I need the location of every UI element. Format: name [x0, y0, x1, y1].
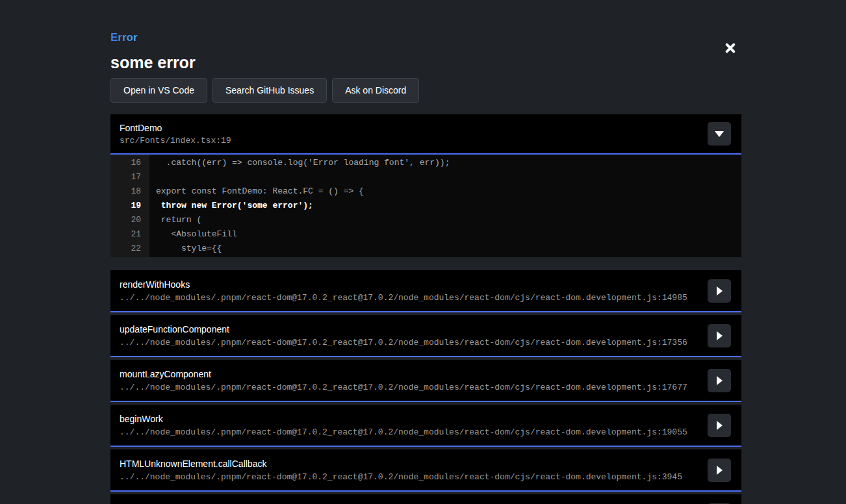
- code-line-19: 19 throw new Error('some error');: [110, 199, 741, 213]
- expand-stack-frame-button[interactable]: [708, 324, 731, 347]
- stack-frame-function-name: HTMLUnknownElement.callCallback: [120, 458, 682, 470]
- stack-frame-location: ../../node_modules/.pnpm/react-dom@17.0.…: [120, 472, 682, 483]
- search-github-issues-button[interactable]: Search GitHub Issues: [212, 78, 327, 103]
- code-frame-meta: FontDemo src/Fonts/index.tsx:19: [120, 122, 231, 146]
- stack-frame-card: beginWork../../node_modules/.pnpm/react-…: [110, 405, 741, 447]
- error-overlay-content: Error some error Open in VS CodeSearch G…: [110, 31, 741, 504]
- stack-frame-location: ../../node_modules/.pnpm/react-dom@17.0.…: [120, 382, 687, 393]
- code-text: export const FontDemo: React.FC = () => …: [149, 184, 364, 199]
- code-frame-function-name: FontDemo: [120, 122, 231, 134]
- stack-frame-function-name: renderWithHooks: [120, 279, 687, 290]
- line-number: 20: [110, 213, 149, 227]
- stack-frame-list: renderWithHooks../../node_modules/.pnpm/…: [110, 270, 741, 504]
- chevron-right-icon: [717, 421, 723, 430]
- stack-frame-meta: HTMLUnknownElement.callCallback../../nod…: [120, 458, 682, 483]
- stack-frame-function-name: beginWork: [120, 413, 687, 425]
- stack-frame-function-name: updateFunctionComponent: [120, 323, 687, 335]
- collapse-code-frame-button[interactable]: [708, 122, 731, 145]
- code-line-17: 17: [110, 170, 741, 184]
- chevron-right-icon: [717, 466, 723, 475]
- code-frame-header: FontDemo src/Fonts/index.tsx:19: [110, 114, 741, 155]
- code-lines: 16 .catch((err) => console.log('Error lo…: [110, 155, 741, 257]
- code-frame-location: src/Fonts/index.tsx:19: [120, 135, 231, 146]
- code-text: style={{: [149, 242, 222, 256]
- action-buttons: Open in VS CodeSearch GitHub IssuesAsk o…: [110, 78, 741, 103]
- expand-stack-frame-button[interactable]: [708, 414, 731, 437]
- code-line-21: 21 <AbsoluteFill: [110, 227, 741, 242]
- line-number: 16: [110, 156, 149, 170]
- chevron-right-icon: [717, 286, 723, 296]
- expand-stack-frame-button[interactable]: [708, 369, 731, 392]
- ask-discord-button[interactable]: Ask on Discord: [332, 78, 419, 103]
- open-vs-code-button[interactable]: Open in VS Code: [110, 78, 207, 103]
- code-line-20: 20 return (: [110, 213, 741, 227]
- code-text: [149, 170, 156, 184]
- expand-stack-frame-button[interactable]: [708, 459, 731, 482]
- chevron-down-icon: [715, 131, 724, 137]
- expand-stack-frame-button[interactable]: [708, 279, 731, 303]
- error-type-label: Error: [110, 31, 138, 44]
- stack-frame-meta: beginWork../../node_modules/.pnpm/react-…: [120, 413, 687, 438]
- code-line-22: 22 style={{: [110, 242, 741, 256]
- line-number: 17: [110, 170, 149, 184]
- error-message-title: some error: [110, 53, 741, 71]
- code-text: .catch((err) => console.log('Error loadi…: [149, 156, 450, 170]
- stack-frame-location: ../../node_modules/.pnpm/react-dom@17.0.…: [120, 292, 687, 303]
- code-text: throw new Error('some error');: [149, 199, 313, 213]
- chevron-right-icon: [717, 376, 723, 385]
- line-number: 18: [110, 184, 149, 199]
- stack-frame-meta: mountLazyComponent../../node_modules/.pn…: [120, 368, 687, 393]
- code-frame: FontDemo src/Fonts/index.tsx:19 16 .catc…: [110, 114, 741, 257]
- line-number: 19: [110, 199, 149, 213]
- code-text: return (: [149, 213, 201, 227]
- chevron-right-icon: [717, 331, 723, 340]
- stack-frame-meta: updateFunctionComponent../../node_module…: [120, 323, 687, 348]
- code-line-16: 16 .catch((err) => console.log('Error lo…: [110, 156, 741, 170]
- error-overlay: Error some error Open in VS CodeSearch G…: [0, 0, 846, 504]
- line-number: 22: [110, 242, 149, 256]
- stack-frame-meta: renderWithHooks../../node_modules/.pnpm/…: [120, 279, 687, 303]
- code-text: <AbsoluteFill: [149, 227, 237, 242]
- stack-frame-location: ../../node_modules/.pnpm/react-dom@17.0.…: [120, 427, 687, 438]
- stack-frame-card: mountLazyComponent../../node_modules/.pn…: [110, 360, 741, 402]
- stack-frame-function-name: mountLazyComponent: [120, 368, 687, 380]
- stack-frame-card: updateFunctionComponent../../node_module…: [110, 315, 741, 357]
- line-number: 21: [110, 227, 149, 242]
- stack-frame-location: ../../node_modules/.pnpm/react-dom@17.0.…: [120, 337, 687, 348]
- stack-frame-card: HTMLUnknownElement.callCallback../../nod…: [110, 449, 741, 492]
- code-line-18: 18export const FontDemo: React.FC = () =…: [110, 184, 741, 199]
- stack-frame-card: renderWithHooks../../node_modules/.pnpm/…: [110, 270, 741, 312]
- stack-frame-card: [110, 494, 741, 504]
